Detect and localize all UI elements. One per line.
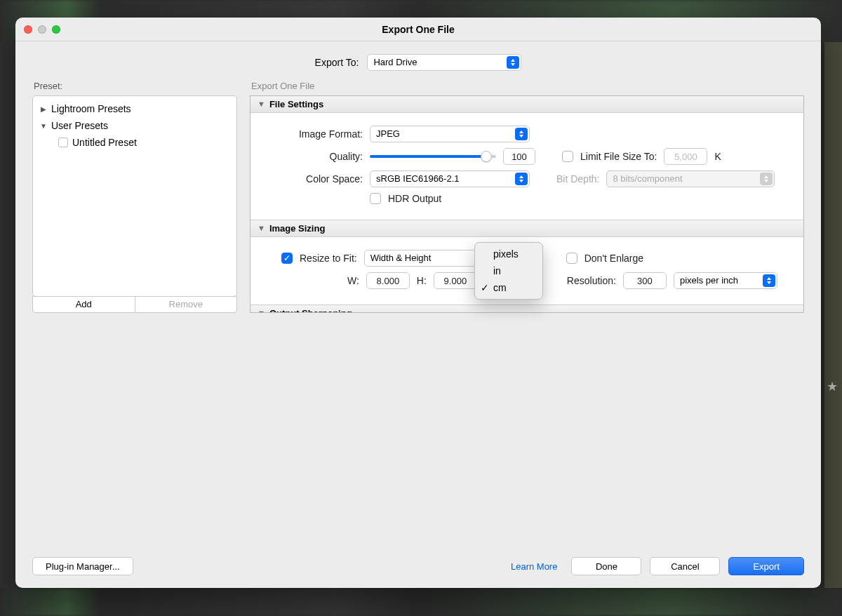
disclosure-triangle-icon: ▼ xyxy=(258,224,265,232)
section-image-sizing-header[interactable]: ▼ Image Sizing xyxy=(250,220,803,237)
dont-enlarge-label: Don't Enlarge xyxy=(584,253,643,264)
cancel-button[interactable]: Cancel xyxy=(650,557,720,575)
height-input[interactable]: 9.000 xyxy=(434,272,477,289)
section-title: Image Sizing xyxy=(269,223,325,234)
plugin-manager-button[interactable]: Plug-in Manager... xyxy=(32,557,133,575)
color-space-label: Color Space: xyxy=(258,173,363,185)
quality-slider[interactable] xyxy=(370,151,496,162)
updown-icon xyxy=(515,128,528,140)
titlebar: Export One File xyxy=(15,18,821,41)
width-input[interactable]: 8.000 xyxy=(366,272,410,289)
section-title: Output Sharpening xyxy=(269,308,352,313)
star-icon: ★ xyxy=(827,379,838,394)
main-heading: Export One File xyxy=(251,81,804,91)
disclosure-triangle-icon: ▼ xyxy=(258,309,265,313)
hdr-output-label: HDR Output xyxy=(388,193,441,204)
learn-more-link[interactable]: Learn More xyxy=(511,561,557,572)
size-unit-menu[interactable]: pixels in cm xyxy=(474,242,543,300)
limit-filesize-input: 5,000 xyxy=(664,148,707,165)
export-to-label: Export To: xyxy=(315,57,359,68)
image-format-select[interactable]: JPEG xyxy=(370,126,530,142)
resize-to-fit-label: Resize to Fit: xyxy=(300,253,357,264)
preset-item-checkbox[interactable] xyxy=(58,138,68,147)
preset-heading: Preset: xyxy=(34,81,237,91)
color-space-select[interactable]: sRGB IEC61966-2.1 xyxy=(370,170,530,187)
dont-enlarge-checkbox[interactable] xyxy=(566,253,577,264)
resolution-input[interactable]: 300 xyxy=(623,272,667,289)
disclosure-triangle-icon: ▼ xyxy=(258,100,265,108)
preset-group-lightroom[interactable]: ▶ Lightroom Presets xyxy=(33,100,236,117)
size-unit-option-in[interactable]: in xyxy=(475,262,542,279)
export-dialog: Export One File Export To: Hard Drive Pr… xyxy=(15,18,821,588)
quality-label: Quality: xyxy=(258,151,363,162)
resolution-label: Resolution: xyxy=(567,275,616,286)
bit-depth-select: 8 bits/component xyxy=(606,170,775,187)
limit-filesize-label: Limit File Size To: xyxy=(580,151,657,162)
height-label: H: xyxy=(417,275,427,286)
bit-depth-label: Bit Depth: xyxy=(556,173,599,185)
size-unit-option-pixels[interactable]: pixels xyxy=(475,246,542,262)
background-panel-right xyxy=(824,42,842,588)
resize-to-fit-checkbox[interactable] xyxy=(281,253,293,264)
width-label: W: xyxy=(347,275,359,286)
preset-group-label: Lightroom Presets xyxy=(51,103,131,114)
section-title: File Settings xyxy=(269,99,323,109)
chevron-down-icon: ▼ xyxy=(40,122,47,130)
image-format-label: Image Format: xyxy=(258,128,363,140)
size-unit-option-cm[interactable]: cm xyxy=(475,279,542,296)
updown-icon xyxy=(763,274,775,287)
export-to-value: Hard Drive xyxy=(373,57,417,67)
resolution-unit-select[interactable]: pixels per inch xyxy=(674,272,777,289)
updown-icon xyxy=(507,56,519,69)
section-file-settings-header[interactable]: ▼ File Settings xyxy=(250,96,803,113)
quality-input[interactable]: 100 xyxy=(503,148,535,165)
updown-icon xyxy=(760,173,773,185)
preset-group-label: User Presets xyxy=(51,120,108,131)
limit-filesize-checkbox[interactable] xyxy=(562,151,573,162)
updown-icon xyxy=(515,173,528,185)
export-to-select[interactable]: Hard Drive xyxy=(367,54,521,71)
background-thumbnails-bottom xyxy=(0,588,842,616)
limit-filesize-unit: K xyxy=(714,151,721,162)
export-button[interactable]: Export xyxy=(728,557,804,575)
section-output-sharpening-header[interactable]: ▼ Output Sharpening xyxy=(250,304,803,313)
preset-list: ▶ Lightroom Presets ▼ User Presets Untit… xyxy=(32,95,237,297)
preset-remove-button: Remove xyxy=(135,296,238,313)
preset-add-button[interactable]: Add xyxy=(32,296,135,313)
window-title: Export One File xyxy=(15,24,821,35)
preset-group-user[interactable]: ▼ User Presets xyxy=(33,117,236,134)
hdr-output-checkbox[interactable] xyxy=(370,193,381,204)
chevron-right-icon: ▶ xyxy=(40,105,47,113)
preset-item-untitled[interactable]: Untitled Preset xyxy=(33,134,236,151)
preset-item-label: Untitled Preset xyxy=(72,137,137,148)
done-button[interactable]: Done xyxy=(571,557,641,575)
